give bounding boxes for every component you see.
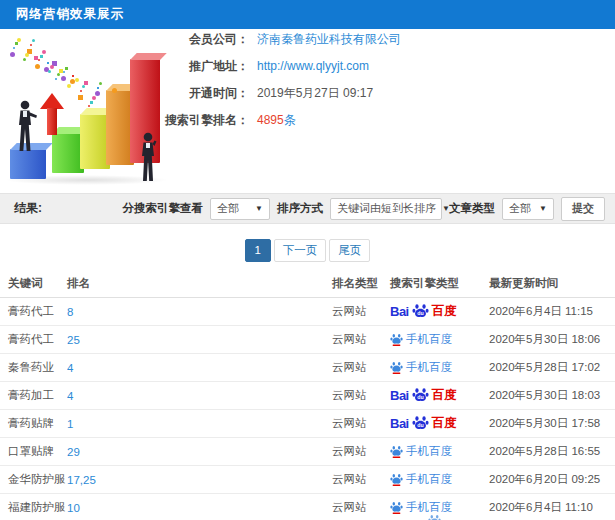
col-header-engine: 搜索引擎类型 bbox=[390, 269, 489, 298]
businessman-pointing-icon bbox=[15, 100, 39, 154]
updated-cell: 2020年6月4日 11:10 bbox=[489, 494, 615, 520]
rank-cell: 1 bbox=[67, 410, 332, 438]
table-header-row: 关键词 排名 排名类型 搜索引擎类型 最新更新时间 bbox=[0, 269, 615, 298]
engine-filter-label: 分搜索引擎查看 bbox=[123, 201, 204, 216]
baidu-mobile-logo: 手机百度 bbox=[390, 332, 452, 347]
sort-filter-label: 排序方式 bbox=[277, 201, 323, 216]
rank-cell: 10 bbox=[67, 494, 332, 520]
updated-cell: 2020年6月20日 09:25 bbox=[489, 466, 615, 494]
col-header-rank-type: 排名类型 bbox=[332, 269, 390, 298]
confetti-dot bbox=[32, 39, 35, 42]
baidu-mobile-logo: 手机百度 bbox=[390, 360, 452, 375]
engine-filter-value: 全部 bbox=[217, 201, 239, 216]
updated-cell: 2020年6月4日 11:15 bbox=[489, 298, 615, 326]
confetti-dot bbox=[65, 67, 68, 70]
col-header-keyword: 关键词 bbox=[0, 269, 67, 298]
rank-link[interactable]: 29 bbox=[67, 446, 80, 458]
svg-text:du: du bbox=[417, 394, 423, 400]
svg-text:du: du bbox=[417, 422, 423, 428]
results-table-body: 膏药代工8云网站 Bai du 百度2020年6月4日 11:15膏药代工25云… bbox=[0, 298, 615, 520]
confetti-dot bbox=[70, 79, 75, 84]
confetti-dot bbox=[40, 55, 43, 58]
results-table: 关键词 排名 排名类型 搜索引擎类型 最新更新时间 膏药代工8云网站 Bai d… bbox=[0, 269, 615, 520]
member-info-panel: 会员公司：济南秦鲁药业科技有限公司 推广地址：http://www.qlyyjt… bbox=[163, 26, 401, 134]
svg-text:du: du bbox=[417, 310, 423, 316]
confetti-dot bbox=[23, 58, 26, 61]
filter-bar: 结果: 分搜索引擎查看 全部▼ 排序方式 关键词由短到长排序▼ 文章类型 全部▼… bbox=[0, 193, 615, 224]
table-row: 福建防护服10云网站 手机百度2020年6月4日 11:10 bbox=[0, 494, 615, 520]
rank-type-cell: 云网站 bbox=[332, 466, 390, 494]
keyword-cell: 膏药代工 bbox=[0, 326, 67, 354]
updated-cell: 2020年5月28日 16:55 bbox=[489, 438, 615, 466]
confetti-dot bbox=[57, 73, 60, 76]
last-page-button[interactable]: 尾页 bbox=[329, 239, 370, 262]
updated-cell: 2020年5月30日 17:58 bbox=[489, 410, 615, 438]
table-row: 膏药加工4云网站 Bai du 百度2020年5月30日 18:03 bbox=[0, 382, 615, 410]
rank-link[interactable]: 1 bbox=[67, 418, 73, 430]
rank-type-cell: 云网站 bbox=[332, 494, 390, 520]
confetti-dot bbox=[92, 96, 96, 100]
rank-type-cell: 云网站 bbox=[332, 410, 390, 438]
keyword-cell: 福建防护服 bbox=[0, 494, 67, 520]
table-row: 膏药代工25云网站 手机百度2020年5月30日 18:06 bbox=[0, 326, 615, 354]
rank-cell: 4 bbox=[67, 354, 332, 382]
col-header-rank: 排名 bbox=[67, 269, 332, 298]
bar-chart-illustration bbox=[0, 35, 178, 187]
rank-link[interactable]: 17,25 bbox=[67, 474, 96, 486]
open-time-value: 2019年5月27日 09:17 bbox=[257, 86, 373, 100]
updated-cell: 2020年5月30日 18:03 bbox=[489, 382, 615, 410]
confetti-dot bbox=[42, 50, 46, 54]
confetti-dot bbox=[55, 78, 57, 80]
table-row: 膏药贴牌1云网站 Bai du 百度2020年5月30日 17:58 bbox=[0, 410, 615, 438]
confetti-dot bbox=[84, 81, 88, 85]
engine-cell: 手机百度 bbox=[390, 354, 489, 382]
rank-link[interactable]: 4 bbox=[67, 362, 73, 374]
promo-url-row: 推广地址：http://www.qlyyjt.com bbox=[163, 53, 401, 80]
updated-cell: 2020年5月28日 17:02 bbox=[489, 354, 615, 382]
engine-cell: 手机百度 bbox=[390, 438, 489, 466]
article-type-select[interactable]: 全部▼ bbox=[502, 198, 554, 220]
table-row: 金华防护服17,25云网站 手机百度2020年6月20日 09:25 bbox=[0, 466, 615, 494]
member-company-link[interactable]: 济南秦鲁药业科技有限公司 bbox=[257, 32, 401, 46]
keyword-cell: 金华防护服 bbox=[0, 466, 67, 494]
keyword-cell: 膏药贴牌 bbox=[0, 410, 67, 438]
sort-filter-select[interactable]: 关键词由短到长排序▼ bbox=[330, 198, 442, 220]
article-type-label: 文章类型 bbox=[449, 201, 495, 216]
baidu-paw-icon: du bbox=[412, 387, 429, 404]
submit-button[interactable]: 提交 bbox=[561, 197, 605, 221]
confetti-dot bbox=[35, 64, 40, 69]
baidu-paw-icon: du bbox=[412, 415, 429, 432]
engine-cell: 手机百度 bbox=[390, 326, 489, 354]
baidu-pc-logo: Bai du 百度 bbox=[390, 415, 457, 432]
col-header-updated: 最新更新时间 bbox=[489, 269, 615, 298]
confetti-dot bbox=[17, 38, 21, 42]
rank-link[interactable]: 4 bbox=[67, 390, 73, 402]
rank-link[interactable]: 10 bbox=[67, 502, 80, 514]
rank-link[interactable]: 8 bbox=[67, 306, 73, 318]
confetti-dot bbox=[82, 85, 85, 88]
article-type-value: 全部 bbox=[509, 201, 531, 216]
promo-url-link[interactable]: http://www.qlyyjt.com bbox=[257, 59, 369, 73]
member-company-label: 会员公司： bbox=[163, 26, 249, 53]
confetti-dot bbox=[38, 59, 40, 61]
rank-link[interactable]: 25 bbox=[67, 334, 80, 346]
sort-filter-value: 关键词由短到长排序 bbox=[337, 201, 436, 216]
confetti-dot bbox=[15, 42, 18, 45]
confetti-dot bbox=[72, 75, 74, 77]
baidu-paw-icon bbox=[390, 445, 403, 458]
confetti-dot bbox=[61, 76, 66, 81]
page-number-current[interactable]: 1 bbox=[245, 239, 271, 262]
updated-cell: 2020年5月30日 18:06 bbox=[489, 326, 615, 354]
rank-cell: 17,25 bbox=[67, 466, 332, 494]
next-page-button[interactable]: 下一页 bbox=[274, 239, 327, 262]
rank-cell: 25 bbox=[67, 326, 332, 354]
confetti-dot bbox=[67, 84, 71, 88]
filter-controls: 分搜索引擎查看 全部▼ 排序方式 关键词由短到长排序▼ 文章类型 全部▼ 提交 bbox=[123, 197, 606, 221]
engine-filter-select[interactable]: 全部▼ bbox=[210, 198, 270, 220]
baidu-mobile-logo: 手机百度 bbox=[390, 472, 452, 487]
baidu-paw-icon bbox=[390, 333, 403, 346]
engine-cell: 手机百度 bbox=[390, 466, 489, 494]
chevron-down-icon: ▼ bbox=[539, 204, 547, 213]
chevron-down-icon: ▼ bbox=[255, 204, 263, 213]
confetti-dot bbox=[13, 47, 15, 49]
